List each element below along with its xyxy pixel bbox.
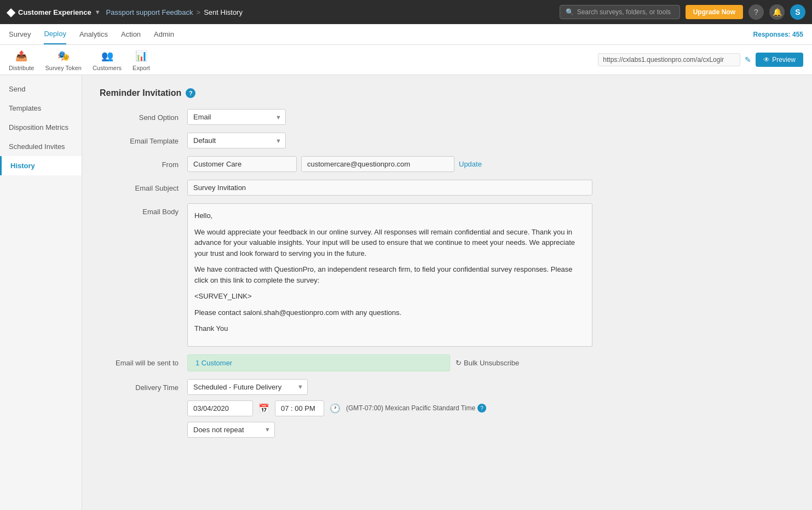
email-subject-control	[187, 180, 794, 196]
repeat-row: Does not repeat Daily Weekly Monthly ▼	[187, 422, 794, 438]
sidebar-item-history[interactable]: History	[0, 156, 82, 175]
user-avatar[interactable]: S	[790, 4, 805, 20]
email-body-line3: We have contracted with QuestionPro, an …	[194, 264, 585, 285]
export-icon: 📊	[134, 48, 149, 64]
email-template-wrap: Default Custom ▼	[187, 133, 286, 148]
email-body-line1: Hello,	[194, 210, 585, 221]
export-label: Export	[133, 65, 150, 71]
search-icon: 🔍	[566, 8, 574, 16]
recipients-label: Email will be sent to	[100, 354, 187, 367]
search-box[interactable]: 🔍 Search surveys, folders, or tools	[560, 5, 680, 19]
delivery-option-select[interactable]: Send Now Scheduled - Future Delivery	[187, 379, 308, 395]
sidebar-item-send[interactable]: Send	[0, 79, 82, 99]
edit-url-icon[interactable]: ✎	[745, 55, 751, 64]
sidebar: Send Templates Disposition Metrics Sched…	[0, 75, 82, 510]
survey-url: https://cxlabs1.questionpro.com/a/cxLogi…	[598, 53, 740, 66]
datetime-row: 📅 🕐 (GMT-07:00) Mexican Pacific Standard…	[187, 400, 794, 416]
app-name: Customer Experience	[18, 8, 91, 16]
search-placeholder: Search surveys, folders, or tools	[577, 8, 671, 16]
responses-badge: Responses: 455	[753, 31, 803, 38]
timezone-help-icon[interactable]: ?	[477, 404, 486, 412]
main-content: Reminder Invitation ? Send Option Email …	[82, 75, 812, 510]
sidebar-item-scheduled-invites[interactable]: Scheduled Invites	[0, 137, 82, 156]
email-body-label: Email Body	[100, 203, 187, 216]
from-email-input[interactable]	[301, 156, 454, 172]
form-section: Send Option Email SMS WhatsApp ▼ Email T…	[100, 109, 794, 438]
send-option-wrap: Email SMS WhatsApp ▼	[187, 109, 286, 125]
toolbar-distribute[interactable]: 📤 Distribute	[9, 48, 34, 71]
clock-icon[interactable]: 🕐	[330, 403, 341, 414]
second-nav: Survey Deploy Analytics Action Admin Res…	[0, 24, 812, 45]
email-body-thanks: Thank You	[194, 323, 585, 334]
email-subject-row: Email Subject	[100, 180, 794, 196]
help-button[interactable]: ?	[748, 4, 764, 20]
update-link[interactable]: Update	[459, 160, 482, 168]
send-option-select[interactable]: Email SMS WhatsApp	[187, 109, 286, 125]
toolbar-right: https://cxlabs1.questionpro.com/a/cxLogi…	[598, 53, 803, 67]
from-inputs: Update	[187, 156, 794, 172]
breadcrumb-sep: >	[197, 8, 201, 16]
email-body-contact: Please contact saloni.shah@questionpro.c…	[194, 307, 585, 318]
breadcrumb: Passport support Feedback > Sent History	[106, 8, 243, 16]
send-option-row: Send Option Email SMS WhatsApp ▼	[100, 109, 794, 125]
email-body-row: Email Body Hello, We would appreciate yo…	[100, 203, 794, 347]
delivery-time-control: Send Now Scheduled - Future Delivery ▼ 📅…	[187, 379, 794, 438]
send-option-control: Email SMS WhatsApp ▼	[187, 109, 794, 125]
sidebar-item-disposition-metrics[interactable]: Disposition Metrics	[0, 118, 82, 137]
top-bar-right: 🔍 Search surveys, folders, or tools Upgr…	[560, 4, 805, 20]
date-input[interactable]	[187, 400, 253, 416]
email-body-content[interactable]: Hello, We would appreciate your feedback…	[187, 203, 592, 347]
toolbar-survey-token[interactable]: 🎭 Survey Token	[45, 48, 81, 71]
breadcrumb-link[interactable]: Passport support Feedback	[106, 8, 193, 16]
upgrade-button[interactable]: Upgrade Now	[686, 5, 743, 19]
from-row: From Update	[100, 156, 794, 172]
recipients-row: Email will be sent to 1 Customer ↻ Bulk …	[100, 354, 794, 371]
customers-icon: 👥	[100, 48, 115, 64]
recipients-count: 1 Customer	[187, 354, 450, 371]
email-template-select[interactable]: Default Custom	[187, 133, 286, 148]
delivery-select-wrap: Send Now Scheduled - Future Delivery ▼	[187, 379, 308, 395]
top-bar: ◆ Customer Experience ▼ Passport support…	[0, 0, 812, 24]
recipients-control: 1 Customer ↻ Bulk Unsubscribe	[187, 354, 794, 371]
nav-deploy[interactable]: Deploy	[44, 24, 66, 44]
customers-label: Customers	[93, 65, 122, 71]
calendar-icon[interactable]: 📅	[258, 403, 269, 414]
dropdown-arrow-icon[interactable]: ▼	[95, 9, 101, 15]
nav-survey[interactable]: Survey	[9, 25, 31, 44]
notifications-button[interactable]: 🔔	[769, 4, 785, 20]
app-logo: ◆ Customer Experience ▼	[7, 5, 101, 19]
distribute-icon: 📤	[14, 48, 29, 64]
timezone-text: (GMT-07:00) Mexican Pacific Standard Tim…	[346, 404, 486, 412]
time-input[interactable]	[275, 400, 324, 416]
toolbar-export[interactable]: 📊 Export	[133, 48, 150, 71]
distribute-label: Distribute	[9, 65, 34, 71]
unsubscribe-icon: ↻	[456, 359, 462, 367]
from-name-input[interactable]	[187, 156, 297, 172]
email-template-label: Email Template	[100, 133, 187, 145]
delivery-time-label: Delivery Time	[100, 379, 187, 392]
breadcrumb-current: Sent History	[204, 8, 243, 16]
email-subject-input[interactable]	[187, 180, 592, 196]
toolbar-customers[interactable]: 👥 Customers	[93, 48, 122, 71]
preview-label: Preview	[772, 56, 796, 64]
email-subject-label: Email Subject	[100, 180, 187, 192]
nav-analytics[interactable]: Analytics	[79, 25, 108, 44]
bulk-unsubscribe-label: Bulk Unsubscribe	[464, 359, 519, 367]
repeat-select-wrap: Does not repeat Daily Weekly Monthly ▼	[187, 422, 275, 438]
timezone-label: (GMT-07:00) Mexican Pacific Standard Tim…	[346, 404, 475, 412]
from-label: From	[100, 156, 187, 169]
email-template-control: Default Custom ▼	[187, 133, 794, 148]
bulk-unsubscribe-link[interactable]: ↻ Bulk Unsubscribe	[456, 359, 519, 367]
email-body-line2: We would appreciate your feedback in our…	[194, 227, 585, 259]
page-title: Reminder Invitation ?	[100, 88, 794, 98]
repeat-select[interactable]: Does not repeat Daily Weekly Monthly	[187, 422, 275, 438]
email-template-row: Email Template Default Custom ▼	[100, 133, 794, 148]
preview-button[interactable]: 👁 Preview	[756, 53, 803, 67]
nav-action[interactable]: Action	[121, 25, 141, 44]
preview-icon: 👁	[763, 56, 770, 64]
sidebar-item-templates[interactable]: Templates	[0, 99, 82, 118]
survey-token-icon: 🎭	[56, 48, 71, 64]
page-help-icon[interactable]: ?	[186, 88, 195, 98]
nav-admin[interactable]: Admin	[154, 25, 174, 44]
recipients-content: 1 Customer ↻ Bulk Unsubscribe	[187, 354, 794, 371]
